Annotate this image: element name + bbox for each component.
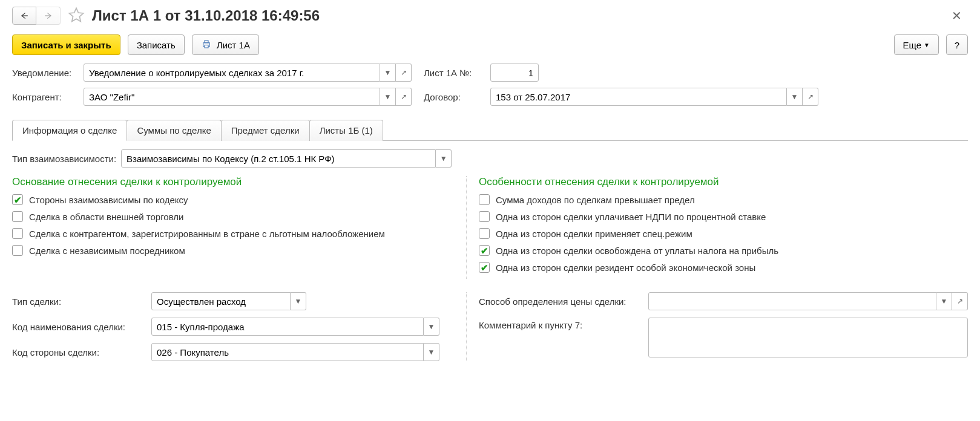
deal-type-label: Тип сделки: xyxy=(12,296,151,307)
checkbox-icon xyxy=(479,245,490,256)
checkbox-interdependent-by-code[interactable]: Стороны взаимозависимы по кодексу xyxy=(12,194,448,205)
help-button[interactable]: ? xyxy=(946,34,968,55)
checkbox-foreign-trade[interactable]: Сделка в области внешней торговли xyxy=(12,211,448,222)
deal-name-code-label: Код наименования сделки: xyxy=(12,322,151,332)
print-list-label: Лист 1А xyxy=(217,40,250,50)
dropdown-button[interactable]: ▼ xyxy=(436,149,452,168)
counterparty-input[interactable] xyxy=(84,88,380,106)
svg-rect-3 xyxy=(205,41,208,43)
sheet-no-input[interactable] xyxy=(490,64,539,82)
comment7-label: Комментарий к пункту 7: xyxy=(479,318,648,330)
dependency-type-input[interactable] xyxy=(121,149,436,168)
dropdown-button[interactable]: ▼ xyxy=(291,292,306,310)
contract-input-group: ▼ ↗ xyxy=(490,88,818,106)
checkbox-preferential-tax-country[interactable]: Сделка с контрагентом, зарегистрированны… xyxy=(12,228,448,239)
dropdown-button[interactable]: ▼ xyxy=(424,318,439,336)
page-title: Лист 1А 1 от 31.10.2018 16:49:56 xyxy=(92,7,320,24)
open-ref-button[interactable]: ↗ xyxy=(396,64,412,82)
tab-info[interactable]: Информация о сделке xyxy=(12,120,127,141)
open-ref-button[interactable]: ↗ xyxy=(803,88,818,106)
checkbox-icon xyxy=(12,194,23,205)
dependency-type-label: Тип взаимозависимости: xyxy=(12,154,116,164)
counterparty-input-group: ▼ ↗ xyxy=(84,88,412,106)
printer-icon xyxy=(201,39,212,51)
notification-label: Уведомление: xyxy=(12,68,84,78)
comment7-textarea[interactable] xyxy=(648,318,968,357)
checkbox-independent-intermediary[interactable]: Сделка с независимым посредником xyxy=(12,245,448,256)
print-list-button[interactable]: Лист 1А xyxy=(192,34,259,55)
checkbox-income-exceeds-limit[interactable]: Сумма доходов по сделкам превышает преде… xyxy=(479,194,968,205)
price-method-label: Способ определения цены сделки: xyxy=(479,296,648,307)
more-button[interactable]: Еще ▼ xyxy=(894,34,939,55)
dropdown-button[interactable]: ▼ xyxy=(380,88,396,106)
dropdown-button[interactable]: ▼ xyxy=(936,292,952,310)
sheet-no-label: Лист 1А №: xyxy=(424,68,490,78)
save-and-close-button[interactable]: Записать и закрыть xyxy=(12,34,120,55)
notification-input-group: ▼ ↗ xyxy=(84,64,412,82)
nav-back-button[interactable] xyxy=(12,7,36,25)
checkbox-icon xyxy=(479,228,490,239)
checkbox-icon xyxy=(479,211,490,222)
counterparty-label: Контрагент: xyxy=(12,92,84,102)
checkbox-special-regime[interactable]: Одна из сторон сделки применяет спец.реж… xyxy=(479,228,968,239)
chevron-down-icon: ▼ xyxy=(924,42,930,48)
svg-rect-4 xyxy=(205,45,208,48)
checkbox-icon xyxy=(479,262,490,273)
favorite-star-icon[interactable] xyxy=(68,7,85,25)
checkbox-icon xyxy=(12,211,23,222)
notification-input[interactable] xyxy=(84,64,380,82)
open-ref-button[interactable]: ↗ xyxy=(396,88,412,106)
tab-sheets-1b[interactable]: Листы 1Б (1) xyxy=(309,120,383,141)
open-ref-button[interactable]: ↗ xyxy=(952,292,968,310)
save-button[interactable]: Записать xyxy=(128,34,185,55)
checkbox-icon xyxy=(12,245,23,256)
features-group-title: Особенности отнесения сделки к контролир… xyxy=(479,176,968,188)
deal-side-code-label: Код стороны сделки: xyxy=(12,347,151,357)
contract-label: Договор: xyxy=(424,92,490,102)
checkbox-icon xyxy=(12,228,23,239)
checkbox-icon xyxy=(479,194,490,205)
more-label: Еще xyxy=(903,40,922,50)
dropdown-button[interactable]: ▼ xyxy=(787,88,803,106)
grounds-group-title: Основание отнесения сделки к контролируе… xyxy=(12,176,448,188)
tab-sums[interactable]: Суммы по сделке xyxy=(127,120,221,141)
dropdown-button[interactable]: ▼ xyxy=(424,343,439,361)
deal-side-code-input[interactable] xyxy=(151,343,424,361)
contract-input[interactable] xyxy=(490,88,787,106)
checkbox-ndpi-rate[interactable]: Одна из сторон сделки уплачивает НДПИ по… xyxy=(479,211,968,222)
dropdown-button[interactable]: ▼ xyxy=(380,64,396,82)
checkbox-profit-tax-exempt[interactable]: Одна из сторон сделки освобождена от упл… xyxy=(479,245,968,256)
tab-subject[interactable]: Предмет сделки xyxy=(221,120,310,141)
deal-name-code-input[interactable] xyxy=(151,318,424,336)
nav-forward-button[interactable] xyxy=(36,7,61,25)
price-method-input[interactable] xyxy=(648,292,936,310)
checkbox-sez-resident[interactable]: Одна из сторон сделки резидент особой эк… xyxy=(479,262,968,273)
deal-type-input[interactable] xyxy=(151,292,291,310)
close-button[interactable]: ✕ xyxy=(945,6,968,25)
